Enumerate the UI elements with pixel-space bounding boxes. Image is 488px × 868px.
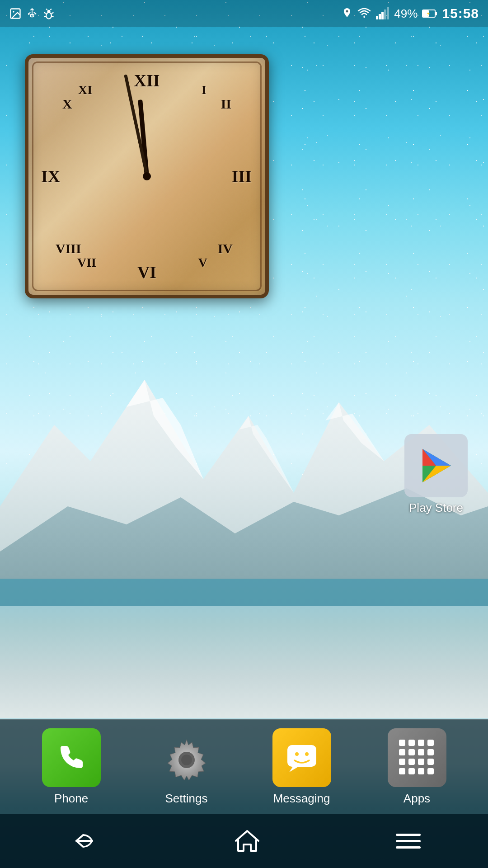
- signal-icon: [376, 7, 389, 20]
- settings-label: Settings: [165, 792, 208, 806]
- menu-line-3: [396, 846, 421, 849]
- grid-dot-9: [399, 759, 405, 765]
- apps-app-icon[interactable]: [388, 728, 446, 787]
- play-store-logo: [416, 445, 456, 486]
- bug-icon: [42, 7, 55, 20]
- dock-item-apps[interactable]: Apps: [388, 728, 446, 806]
- dock-item-messaging[interactable]: Messaging: [272, 728, 331, 806]
- grid-dot-11: [418, 759, 424, 765]
- messaging-app-icon[interactable]: [272, 728, 331, 787]
- svg-point-7: [13, 11, 14, 13]
- menu-icon: [396, 834, 421, 849]
- usb-icon: [27, 7, 37, 20]
- home-icon: [234, 827, 261, 854]
- svg-line-17: [52, 13, 54, 14]
- play-store-widget[interactable]: Play Store: [398, 434, 474, 515]
- dock: Phone Settings: [0, 719, 488, 814]
- clock-face: XII III VI IX II IV VIII X I XI V VII: [25, 54, 269, 298]
- grid-dot-2: [408, 740, 415, 746]
- svg-point-40: [295, 752, 299, 756]
- svg-rect-13: [35, 13, 37, 14]
- svg-line-18: [44, 16, 47, 17]
- svg-rect-38: [287, 745, 316, 767]
- nav-menu-button[interactable]: [378, 829, 439, 853]
- phone-app-icon[interactable]: [42, 728, 101, 787]
- menu-line-2: [396, 840, 421, 842]
- menu-line-1: [396, 834, 421, 836]
- grid-dot-7: [418, 749, 424, 755]
- status-left-icons: [9, 7, 55, 20]
- apps-grid: [399, 740, 435, 776]
- nav-home-button[interactable]: [216, 823, 279, 859]
- location-icon: [342, 7, 352, 20]
- messaging-label: Messaging: [273, 792, 330, 806]
- svg-line-16: [44, 13, 47, 14]
- status-bar: 49% 15:58: [0, 0, 488, 27]
- clock-widget[interactable]: XII III VI IX II IV VIII X I XI V VII: [25, 54, 269, 298]
- grid-dot-5: [399, 749, 405, 755]
- clock-center-dot: [143, 172, 151, 180]
- svg-rect-23: [376, 16, 378, 19]
- grid-dot-8: [427, 749, 434, 755]
- svg-rect-24: [379, 14, 381, 19]
- svg-rect-29: [435, 12, 437, 15]
- clock-center: [28, 58, 265, 295]
- grid-dot-16: [427, 768, 434, 774]
- wifi-icon: [357, 7, 371, 20]
- play-store-icon[interactable]: [404, 434, 468, 497]
- svg-line-20: [46, 9, 47, 10]
- messaging-icon: [284, 740, 320, 776]
- dock-item-phone[interactable]: Phone: [42, 728, 101, 806]
- grid-dot-14: [408, 768, 415, 774]
- svg-marker-39: [289, 767, 298, 772]
- nav-back-button[interactable]: [49, 825, 117, 857]
- svg-point-22: [346, 10, 348, 13]
- grid-dot-13: [399, 768, 405, 774]
- svg-rect-25: [381, 12, 384, 19]
- svg-line-19: [52, 16, 54, 17]
- nav-bar: [0, 814, 488, 868]
- play-store-label: Play Store: [409, 501, 463, 515]
- status-right-icons: 49% 15:58: [342, 6, 479, 21]
- battery-percentage: 49%: [394, 7, 418, 21]
- svg-line-12: [34, 12, 36, 13]
- grid-dot-3: [418, 740, 424, 746]
- grid-dot-15: [418, 768, 424, 774]
- svg-rect-27: [387, 7, 389, 19]
- svg-point-37: [181, 755, 192, 765]
- svg-rect-26: [384, 9, 386, 19]
- grid-dot-1: [399, 740, 405, 746]
- back-icon: [67, 830, 99, 852]
- settings-app-icon[interactable]: [157, 728, 216, 787]
- gear-icon: [164, 735, 209, 780]
- svg-point-41: [305, 752, 309, 756]
- grid-dot-12: [427, 759, 434, 765]
- phone-label: Phone: [54, 792, 88, 806]
- status-time: 15:58: [442, 6, 479, 21]
- battery-icon: [422, 9, 437, 19]
- grid-dot-6: [408, 749, 415, 755]
- image-icon: [9, 7, 22, 20]
- svg-point-11: [28, 13, 30, 15]
- dock-item-settings[interactable]: Settings: [157, 728, 216, 806]
- grid-dot-4: [427, 740, 434, 746]
- phone-icon: [54, 741, 88, 774]
- grid-dot-10: [408, 759, 415, 765]
- svg-point-15: [46, 13, 52, 19]
- apps-label: Apps: [404, 792, 430, 806]
- svg-rect-5: [0, 579, 488, 606]
- svg-line-21: [51, 9, 52, 10]
